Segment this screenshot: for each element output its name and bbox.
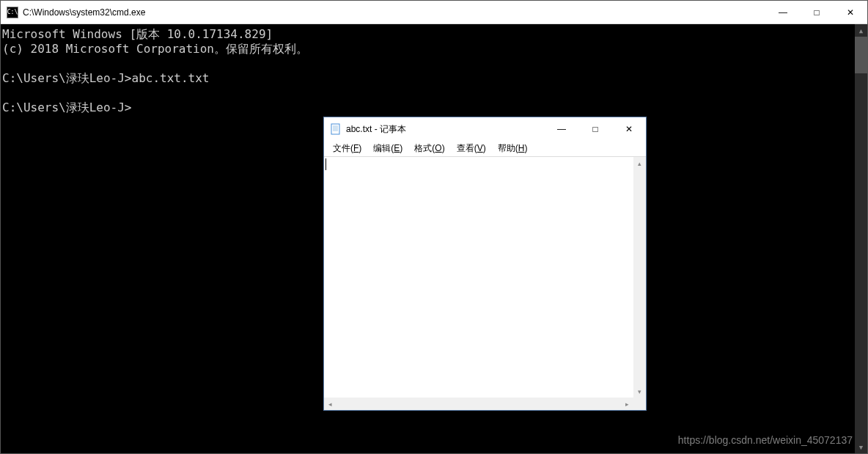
menu-format[interactable]: 格式(O) bbox=[408, 141, 450, 156]
notepad-title: abc.txt - 记事本 bbox=[346, 123, 545, 136]
notepad-titlebar[interactable]: abc.txt - 记事本 — □ ✕ bbox=[324, 117, 646, 141]
scroll-corner bbox=[633, 398, 646, 410]
close-button[interactable]: ✕ bbox=[612, 117, 646, 141]
scroll-down-icon[interactable]: ▼ bbox=[855, 441, 867, 453]
cmd-line: C:\Users\渌玞Leo-J>abc.txt.txt bbox=[2, 71, 209, 85]
menu-file[interactable]: 文件(F) bbox=[327, 141, 367, 156]
menu-edit[interactable]: 编辑(E) bbox=[367, 141, 408, 156]
minimize-button[interactable]: — bbox=[545, 117, 578, 141]
cmd-titlebar[interactable]: C:\ C:\Windows\system32\cmd.exe — □ ✕ bbox=[1, 1, 867, 24]
notepad-icon bbox=[330, 123, 342, 135]
menu-view[interactable]: 查看(V) bbox=[451, 141, 492, 156]
notepad-editor: ▴ ▾ ◂ ▸ bbox=[324, 156, 646, 410]
close-button[interactable]: ✕ bbox=[834, 1, 867, 23]
cmd-scrollbar[interactable]: ▲ ▼ bbox=[855, 24, 867, 453]
cmd-icon: C:\ bbox=[7, 7, 18, 18]
notepad-menubar: 文件(F) 编辑(E) 格式(O) 查看(V) 帮助(H) bbox=[324, 141, 646, 156]
text-cursor bbox=[326, 158, 326, 170]
notepad-window-controls: — □ ✕ bbox=[545, 117, 646, 141]
maximize-button[interactable]: □ bbox=[800, 1, 834, 23]
scroll-right-icon[interactable]: ▸ bbox=[621, 398, 633, 410]
maximize-button[interactable]: □ bbox=[578, 117, 612, 141]
cmd-line: (c) 2018 Microsoft Corporation。保留所有权利。 bbox=[2, 42, 308, 56]
cmd-line: C:\Users\渌玞Leo-J> bbox=[2, 100, 132, 114]
watermark: https://blog.csdn.net/weixin_45072137 bbox=[678, 433, 853, 447]
scroll-up-icon[interactable]: ▴ bbox=[633, 157, 646, 169]
scroll-thumb[interactable] bbox=[855, 37, 867, 73]
scroll-left-icon[interactable]: ◂ bbox=[324, 398, 336, 410]
minimize-button[interactable]: — bbox=[766, 1, 800, 23]
menu-help[interactable]: 帮助(H) bbox=[492, 141, 534, 156]
notepad-vscrollbar[interactable]: ▴ ▾ bbox=[633, 157, 646, 398]
scroll-down-icon[interactable]: ▾ bbox=[633, 385, 646, 398]
cmd-line: Microsoft Windows [版本 10.0.17134.829] bbox=[2, 27, 273, 41]
scroll-up-icon[interactable]: ▲ bbox=[855, 24, 867, 37]
cmd-title: C:\Windows\system32\cmd.exe bbox=[23, 7, 766, 18]
notepad-window: abc.txt - 记事本 — □ ✕ 文件(F) 编辑(E) 格式(O) 查看… bbox=[323, 117, 647, 411]
cmd-window-controls: — □ ✕ bbox=[766, 1, 867, 23]
notepad-hscrollbar[interactable]: ◂ ▸ bbox=[324, 398, 633, 410]
notepad-textarea[interactable] bbox=[324, 157, 633, 398]
